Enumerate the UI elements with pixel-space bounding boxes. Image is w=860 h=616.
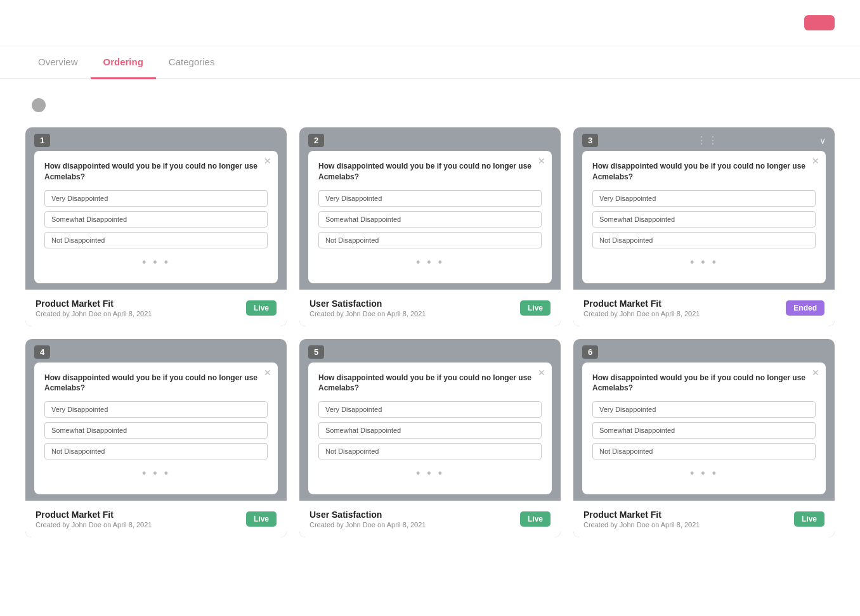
card-info-text: User SatisfactionCreated by John Doe on … — [309, 298, 426, 318]
preview-option: Somewhat Disappointed — [318, 422, 542, 439]
preview-dots: • • • — [44, 459, 268, 484]
card-wrapper-4: 4✕How disappointed would you be if you c… — [25, 339, 287, 538]
main-content: 1✕How disappointed would you be if you c… — [0, 79, 860, 556]
help-icon[interactable] — [32, 98, 46, 112]
status-badge: Live — [246, 300, 277, 316]
preview-question: How disappointed would you be if you cou… — [44, 161, 268, 183]
survey-preview-4: ✕How disappointed would you be if you co… — [34, 363, 278, 495]
card-info-3: Product Market FitCreated by John Doe on… — [573, 290, 835, 326]
preview-option: Somewhat Disappointed — [44, 211, 268, 228]
preview-options: Very DisappointedSomewhat DisappointedNo… — [44, 401, 268, 459]
page-header — [0, 0, 860, 46]
card-number-bar-2: 2 — [299, 127, 561, 151]
close-icon[interactable]: ✕ — [538, 156, 545, 166]
card-title: Product Market Fit — [36, 510, 152, 520]
card-subtitle: Created by John Doe on April 8, 2021 — [583, 310, 700, 318]
preview-option: Not Disappointed — [592, 443, 816, 459]
survey-preview-6: ✕How disappointed would you be if you co… — [582, 363, 826, 495]
preview-dots: • • • — [318, 459, 542, 484]
preview-question: How disappointed would you be if you cou… — [44, 373, 268, 394]
preview-options: Very DisappointedSomewhat DisappointedNo… — [318, 401, 542, 459]
card-number-4: 4 — [34, 345, 50, 359]
create-survey-button[interactable] — [804, 15, 835, 30]
card-title: User Satisfaction — [309, 510, 426, 520]
preview-option: Not Disappointed — [318, 232, 542, 248]
preview-question: How disappointed would you be if you cou… — [318, 373, 542, 394]
status-badge: Ended — [786, 300, 824, 316]
close-icon[interactable]: ✕ — [264, 156, 271, 166]
preview-question: How disappointed would you be if you cou… — [592, 161, 816, 183]
card-title: Product Market Fit — [583, 298, 700, 309]
tab-categories[interactable]: Categories — [156, 46, 228, 79]
preview-option: Not Disappointed — [44, 443, 268, 459]
close-icon[interactable]: ✕ — [264, 368, 271, 378]
preview-dots: • • • — [592, 459, 816, 484]
card-number-bar-6: 6 — [573, 339, 835, 363]
status-badge: Live — [520, 300, 551, 316]
card-subtitle: Created by John Doe on April 8, 2021 — [583, 521, 700, 529]
survey-preview-2: ✕How disappointed would you be if you co… — [308, 151, 552, 283]
card-number-2: 2 — [308, 134, 324, 147]
preview-option: Somewhat Disappointed — [318, 211, 542, 228]
status-badge: Live — [520, 511, 551, 527]
card-info-text: User SatisfactionCreated by John Doe on … — [309, 510, 426, 529]
card-info-text: Product Market FitCreated by John Doe on… — [36, 298, 152, 318]
card-number-bar-3: 3⋮⋮∨ — [573, 127, 835, 151]
preview-option: Somewhat Disappointed — [592, 422, 816, 439]
card-number-5: 5 — [308, 345, 324, 359]
card-number-bar-5: 5 — [299, 339, 561, 363]
card-number-bar-1: 1 — [25, 127, 287, 151]
drag-icon[interactable]: ⋮⋮ — [696, 134, 719, 146]
status-badge: Live — [794, 511, 824, 527]
card-info-2: User SatisfactionCreated by John Doe on … — [299, 290, 561, 326]
card-info-4: Product Market FitCreated by John Doe on… — [25, 501, 287, 537]
tabs-nav: Overview Ordering Categories — [0, 46, 860, 79]
card-wrapper-2: 2✕How disappointed would you be if you c… — [299, 127, 561, 326]
close-icon[interactable]: ✕ — [812, 156, 819, 166]
tab-overview[interactable]: Overview — [25, 46, 91, 79]
ordering-header — [25, 98, 835, 112]
preview-option: Very Disappointed — [44, 190, 268, 207]
card-info-5: User SatisfactionCreated by John Doe on … — [299, 501, 561, 537]
card-number-1: 1 — [34, 134, 50, 147]
survey-preview-1: ✕How disappointed would you be if you co… — [34, 151, 278, 283]
card-info-1: Product Market FitCreated by John Doe on… — [25, 290, 287, 326]
card-info-text: Product Market FitCreated by John Doe on… — [583, 298, 700, 318]
cards-grid: 1✕How disappointed would you be if you c… — [25, 127, 835, 537]
preview-dots: • • • — [592, 248, 816, 273]
card-title: User Satisfaction — [309, 298, 426, 309]
card-title: Product Market Fit — [36, 298, 152, 309]
card-subtitle: Created by John Doe on April 8, 2021 — [36, 521, 152, 529]
preview-dots: • • • — [318, 248, 542, 273]
preview-dots: • • • — [44, 248, 268, 273]
card-wrapper-3: 3⋮⋮∨✕How disappointed would you be if yo… — [573, 127, 835, 326]
survey-preview-5: ✕How disappointed would you be if you co… — [308, 363, 552, 495]
preview-option: Not Disappointed — [592, 232, 816, 248]
card-info-text: Product Market FitCreated by John Doe on… — [36, 510, 152, 529]
preview-option: Very Disappointed — [318, 401, 542, 418]
card-subtitle: Created by John Doe on April 8, 2021 — [309, 521, 426, 529]
status-badge: Live — [246, 511, 277, 527]
card-wrapper-6: 6✕How disappointed would you be if you c… — [573, 339, 835, 538]
card-title: Product Market Fit — [583, 510, 700, 520]
close-icon[interactable]: ✕ — [538, 368, 545, 378]
preview-option: Very Disappointed — [592, 190, 816, 207]
card-number-bar-4: 4 — [25, 339, 287, 363]
preview-option: Somewhat Disappointed — [592, 211, 816, 228]
tab-ordering[interactable]: Ordering — [91, 46, 156, 79]
preview-option: Not Disappointed — [318, 443, 542, 459]
preview-question: How disappointed would you be if you cou… — [318, 161, 542, 183]
card-info-6: Product Market FitCreated by John Doe on… — [573, 501, 835, 537]
card-subtitle: Created by John Doe on April 8, 2021 — [36, 310, 152, 318]
preview-question: How disappointed would you be if you cou… — [592, 373, 816, 394]
survey-preview-3: ✕How disappointed would you be if you co… — [582, 151, 826, 283]
close-icon[interactable]: ✕ — [812, 368, 819, 378]
preview-options: Very DisappointedSomewhat DisappointedNo… — [44, 190, 268, 248]
preview-option: Very Disappointed — [44, 401, 268, 418]
preview-options: Very DisappointedSomewhat DisappointedNo… — [592, 190, 816, 248]
chevron-down-icon[interactable]: ∨ — [819, 136, 826, 146]
card-wrapper-5: 5✕How disappointed would you be if you c… — [299, 339, 561, 538]
preview-options: Very DisappointedSomewhat DisappointedNo… — [592, 401, 816, 459]
card-subtitle: Created by John Doe on April 8, 2021 — [309, 310, 426, 318]
preview-option: Somewhat Disappointed — [44, 422, 268, 439]
